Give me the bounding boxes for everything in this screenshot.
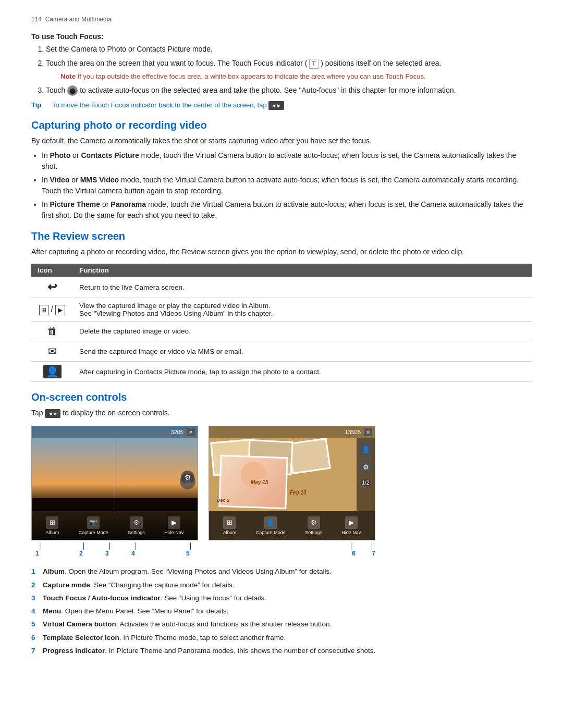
screenshots-row: 3205 ✕ ⚙ ⊞ Album [31, 426, 532, 558]
photo-stack: May 15 Feb 23 Dec 2 [209, 438, 357, 511]
step-1: Set the Camera to Photo or Contacts Pict… [46, 44, 532, 55]
tap-icon: ◄► [45, 409, 60, 418]
right-screen-wrapper: 13505 ✕ May 15 Feb 23 Dec 2 [209, 426, 375, 558]
ann-line-6 [351, 542, 351, 550]
capturing-section: Capturing photo or recording video By de… [31, 119, 532, 221]
virtual-cam-annotation: ⚙ [181, 471, 194, 484]
center-line [115, 438, 115, 511]
function-cell-back: Return to the live Camera screen. [73, 277, 532, 298]
album-btn: ⊞ Album [46, 516, 59, 535]
right-screen-toolbar: ⊞ Album 👤 Capture Mode ⚙ Settings ▶ Hide… [209, 511, 375, 540]
table-row: ✉ Send the captured image or video via M… [31, 341, 532, 362]
icon-cell-back: ↩ [31, 277, 73, 298]
tip-icon: ◄► [268, 101, 284, 110]
review-heading: The Review screen [31, 230, 532, 242]
settings-toolbar-icon: ⚙ [130, 516, 143, 529]
ann-line-1 [41, 542, 41, 550]
ann-line-5 [190, 542, 191, 550]
ann-line-3 [109, 542, 110, 550]
ann-line-7 [372, 542, 372, 550]
desc-item-7: 7 Progress indicator. In Picture Theme a… [31, 646, 532, 656]
right-settings-btn-bar: ⚙ Settings [305, 516, 322, 535]
date-feb: Feb 23 [290, 490, 307, 496]
review-table: Icon Function ↩ Return to the live Camer… [31, 264, 532, 382]
ann-num-6: 6 [352, 550, 356, 557]
function-cell-send: Send the captured image or video via MMS… [73, 341, 532, 362]
right-capture-icon: 👤 [264, 516, 277, 529]
desc-item-2: 2 Capture mode. See “Changing the captur… [31, 580, 532, 590]
right-settings-bar-icon: ⚙ [308, 516, 320, 529]
contact-icon: 👤 [43, 365, 62, 378]
right-hide-nav-btn: ▶ Hide Nav [341, 516, 361, 535]
cam-btn-circle: ⚙ [181, 471, 194, 484]
right-side-controls: 👤 ⚙ 1/2 [357, 438, 375, 511]
hide-nav-btn: ▶ Hide Nav [164, 516, 183, 535]
capturing-heading: Capturing photo or recording video [31, 119, 532, 131]
left-annotation-row: 1 2 3 4 5 [31, 542, 198, 558]
review-intro: After capturing a photo or recording vid… [31, 246, 532, 257]
ann-line-4 [136, 542, 136, 550]
table-row: 👤 After capturing in Contacts Picture mo… [31, 362, 532, 382]
ann-num-3: 3 [105, 550, 109, 557]
progress-indicator: 1/2 [361, 479, 371, 486]
left-screen-wrapper: 3205 ✕ ⚙ ⊞ Album [31, 426, 198, 558]
photo-card-3 [288, 438, 331, 474]
album-toolbar-icon: ⊞ [46, 516, 58, 529]
right-capture-btn: 👤 Capture Mode [256, 516, 286, 535]
capturing-bullets: In Photo or Contacts Picture mode, touch… [42, 150, 532, 221]
date-dec: Dec 2 [217, 498, 229, 503]
delete-icon: 🗑 [47, 325, 57, 337]
play-icon: ▶ [55, 305, 65, 315]
album-icon: ⊞ [39, 305, 48, 315]
back-icon: ↩ [47, 280, 57, 293]
date-may: May 15 [251, 479, 268, 485]
onscreen-heading: On-screen controls [31, 391, 532, 403]
focus-indicator-icon: ⊤ [309, 59, 319, 69]
numbered-descriptions: 1 Album. Open the Album program. See “Vi… [31, 566, 532, 656]
capturing-intro: By default, the Camera automatically tak… [31, 135, 532, 146]
left-screen: 3205 ✕ ⚙ ⊞ Album [31, 426, 198, 540]
desc-item-4: 4 Menu. Open the Menu Panel. See “Menu P… [31, 606, 532, 616]
right-hide-nav-icon: ▶ [345, 516, 358, 529]
left-screen-topbar: 3205 ✕ [32, 426, 198, 438]
ann-num-7: 7 [372, 550, 375, 557]
hide-nav-icon: ▶ [168, 516, 180, 529]
icon-cell-delete: 🗑 [31, 322, 73, 341]
ann-line-2 [83, 542, 84, 550]
function-cell-view: View the captured image or play the capt… [73, 298, 532, 322]
ann-num-4: 4 [131, 550, 135, 557]
annotation-line-row: 1 2 3 4 5 [31, 542, 198, 558]
table-row: ↩ Return to the live Camera screen. [31, 277, 532, 298]
onscreen-intro: Tap ◄► to display the on-screen controls… [31, 408, 532, 418]
right-album-icon: ⊞ [223, 516, 236, 529]
desc-item-3: 3 Touch Focus / Auto-focus indicator. Se… [31, 593, 532, 603]
desc-item-5: 5 Virtual Camera button. Activates the a… [31, 619, 532, 630]
table-header-function: Function [73, 264, 532, 277]
touch-focus-section: To use Touch Focus: Set the Camera to Ph… [31, 32, 532, 110]
right-album-btn: ⊞ Album [223, 516, 237, 535]
table-row: ⊞ / ▶ View the captured image or play th… [31, 298, 532, 322]
desc-item-1: 1 Album. Open the Album program. See “Vi… [31, 566, 532, 577]
icon-cell-view: ⊞ / ▶ [31, 298, 73, 322]
view-play-icon: ⊞ / ▶ [39, 305, 65, 314]
table-row: 🗑 Delete the captured image or video. [31, 322, 532, 341]
ann-num-5: 5 [186, 550, 190, 557]
touch-focus-heading: To use Touch Focus: [31, 32, 532, 41]
icon-cell-contact: 👤 [31, 362, 73, 382]
capture-mode-icon: 📷 [87, 516, 100, 529]
step-2: Touch the area on the screen that you wa… [46, 58, 532, 82]
icon-cell-send: ✉ [31, 341, 73, 362]
right-settings-icon: ⚙ [359, 460, 373, 474]
bullet-1: In Photo or Contacts Picture mode, touch… [42, 150, 532, 172]
left-screen-toolbar: ⊞ Album 📷 Capture Mode ⚙ Settings ▶ Hide… [32, 511, 198, 540]
page-number: 114 Camera and Multimedia [31, 16, 532, 23]
settings-btn: ⚙ Settings [128, 516, 145, 535]
function-cell-delete: Delete the captured image or video. [73, 322, 532, 341]
camera-icon: ⬤ [67, 85, 78, 96]
desc-item-6: 6 Template Selector icon. In Picture The… [31, 633, 532, 643]
note-block: Note If you tap outside the effective fo… [60, 71, 532, 82]
touch-focus-steps: Set the Camera to Photo or Contacts Pict… [46, 44, 532, 96]
step-3: Touch ⬤ to activate auto-focus on the se… [46, 85, 532, 96]
right-close-btn: ✕ [364, 428, 372, 436]
capture-mode-btn: 📷 Capture Mode [79, 516, 108, 535]
